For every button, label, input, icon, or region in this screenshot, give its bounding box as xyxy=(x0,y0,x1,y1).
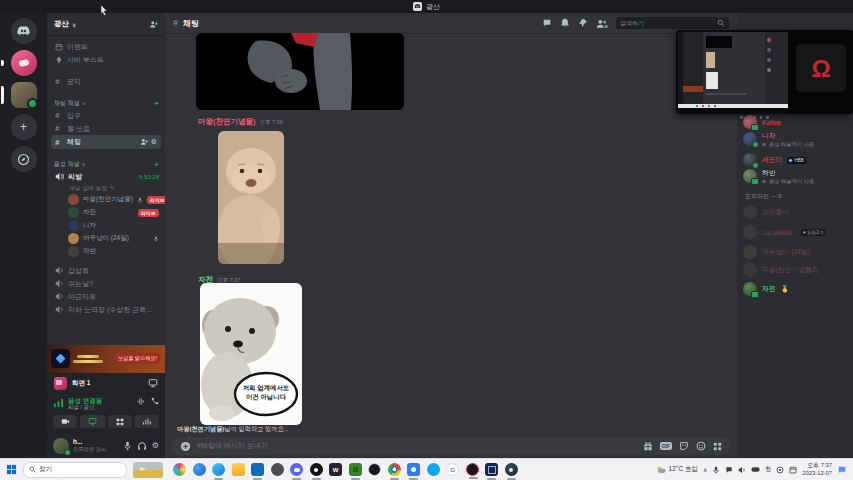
media-player-icon[interactable] xyxy=(310,463,323,476)
avatar[interactable] xyxy=(743,282,757,296)
attach-plus-icon[interactable] xyxy=(180,441,191,452)
member-row-offline[interactable]: 보라돌이 xyxy=(743,204,849,220)
blue-square-app-icon[interactable] xyxy=(407,463,420,476)
message-image-baby[interactable] xyxy=(218,131,284,264)
gift-icon[interactable] xyxy=(643,441,653,451)
member-row-offline[interactable]: LuLaBella_ ♥ 요즘2녀 xyxy=(743,224,849,240)
channel-chat-selected[interactable]: # 채팅 ⚙ xyxy=(51,135,161,149)
apps-grid-icon[interactable] xyxy=(713,442,722,451)
emoji-icon[interactable] xyxy=(696,441,706,451)
voice-channel-main[interactable]: 씨발 5:53:28 xyxy=(47,170,165,183)
settings-gear-icon[interactable]: ⚙ xyxy=(152,441,159,450)
explore-servers-button[interactable] xyxy=(11,146,37,172)
speaker-tray-icon[interactable] xyxy=(738,466,746,474)
opera-gx-icon[interactable] xyxy=(466,463,479,476)
file-explorer-icon[interactable] xyxy=(232,463,245,476)
status-tray-icon[interactable] xyxy=(776,466,784,474)
user-avatar[interactable] xyxy=(53,438,69,454)
voice-member[interactable]: 까푸냥이 (24일) xyxy=(47,232,165,245)
voice-channel[interactable]: 지하 노역장 (수상한 근육질의 ... xyxy=(47,303,165,316)
channel-memes[interactable]: # 짤-모음 xyxy=(47,122,165,135)
avatar[interactable] xyxy=(743,225,757,239)
chrome-browser-icon[interactable] xyxy=(388,463,401,476)
member-row[interactable]: 자전 🥇 xyxy=(743,281,849,297)
weather-widget[interactable]: 12°C 흐림 xyxy=(656,465,698,474)
avatar[interactable] xyxy=(743,169,757,183)
voice-member[interactable]: 자전 라이브 xyxy=(47,206,165,219)
noise-suppression-icon[interactable] xyxy=(136,397,145,406)
controller-tray-icon[interactable] xyxy=(751,466,760,473)
monitor-icon[interactable] xyxy=(148,378,158,388)
photos-app-icon[interactable] xyxy=(173,463,186,476)
calendar-tray-icon[interactable] xyxy=(789,466,797,474)
voice-member[interactable]: 니자 xyxy=(47,219,165,232)
widgets-thumbnail[interactable] xyxy=(133,462,163,478)
section-voice-channels[interactable]: 음성 채널 ∨ + xyxy=(47,158,165,170)
ime-indicator[interactable]: 한 xyxy=(765,465,771,474)
member-row-offline[interactable]: 까푸냥이 (24일) xyxy=(743,244,849,260)
start-button[interactable] xyxy=(6,464,17,475)
obs-app-icon[interactable] xyxy=(271,463,284,476)
member-row[interactable]: 니자 음성 채널에서 사용 xyxy=(743,128,849,150)
gif-picker-icon[interactable]: GIF xyxy=(660,442,672,450)
taskbar-clock[interactable]: 오후 7:37 2023-12-07 xyxy=(802,462,832,476)
invite-people-icon[interactable] xyxy=(149,20,158,29)
avatar[interactable] xyxy=(743,132,757,146)
channel-settings-gear-icon[interactable]: ⚙ xyxy=(151,138,157,146)
channel-status-setting[interactable]: 채널 상태 설정 ✎ xyxy=(47,183,165,193)
voice-member[interactable]: 마왕(천연기념물) 라이브 xyxy=(47,193,165,206)
dark-blue-app-icon[interactable] xyxy=(485,463,498,476)
home-button[interactable] xyxy=(11,18,37,44)
message-composer[interactable]: #채팅에 메시지 보내기 GIF xyxy=(172,437,730,455)
threads-icon[interactable] xyxy=(542,18,552,28)
quest-promo-banner[interactable]: 보상을 받으세요! xyxy=(47,345,165,373)
notification-bubble-icon[interactable] xyxy=(837,465,847,475)
sticker-icon[interactable] xyxy=(679,441,689,451)
blue-app-icon[interactable] xyxy=(193,463,206,476)
screen-share-row[interactable]: 화면 1 xyxy=(47,373,165,393)
member-list-icon[interactable] xyxy=(596,19,608,28)
w-app-icon[interactable]: W xyxy=(329,463,342,476)
create-voice-channel-icon[interactable]: + xyxy=(154,160,159,169)
add-server-button[interactable]: + xyxy=(11,114,37,140)
pinned-messages-icon[interactable] xyxy=(578,18,588,28)
avatar[interactable] xyxy=(743,245,757,259)
chat-tray-icon[interactable] xyxy=(725,466,733,474)
soundboard-button[interactable] xyxy=(135,415,159,428)
taskbar-search[interactable]: 찾기 xyxy=(23,462,127,478)
activities-button[interactable] xyxy=(108,415,132,428)
server-icon-gwangsan-selected[interactable] xyxy=(11,82,37,108)
channel-server-boost[interactable]: 서버 부스트 xyxy=(47,53,165,66)
mic-tray-icon[interactable] xyxy=(712,466,720,474)
message-image-cartoon[interactable] xyxy=(196,33,404,110)
headphones-icon[interactable] xyxy=(137,441,147,451)
tray-expand-icon[interactable]: ∧ xyxy=(703,466,707,473)
server-header[interactable]: 광산∨ xyxy=(47,13,165,36)
channel-entrance[interactable]: # 입구 xyxy=(47,109,165,122)
microsoft-store-icon[interactable] xyxy=(251,463,264,476)
minecraft-app-icon[interactable] xyxy=(349,463,362,476)
server-icon-pink[interactable] xyxy=(11,50,37,76)
composer-placeholder[interactable]: #채팅에 메시지 보내기 xyxy=(197,441,637,451)
stream-preview-pip[interactable]: Ω xyxy=(676,30,853,114)
voice-channel[interactable]: 쉬는날? xyxy=(47,277,165,290)
voice-channel[interactable]: 야근지옥 xyxy=(47,290,165,303)
create-channel-icon[interactable]: + xyxy=(154,99,159,108)
disconnect-call-icon[interactable] xyxy=(150,397,159,406)
invite-to-channel-icon[interactable] xyxy=(140,138,148,146)
member-row[interactable]: 하빈 음성 채널에서 사용 xyxy=(743,165,849,187)
voice-channel[interactable]: 감상회 xyxy=(47,264,165,277)
discord-app-icon[interactable] xyxy=(290,463,303,476)
notifications-bell-icon[interactable] xyxy=(560,18,570,28)
avatar[interactable] xyxy=(743,263,757,277)
voice-member[interactable]: 하빈 xyxy=(47,245,165,258)
channel-notice[interactable]: # 공지 xyxy=(47,75,165,88)
channel-events[interactable]: 이벤트 xyxy=(47,40,165,53)
whale-app-icon[interactable] xyxy=(427,463,440,476)
message-author[interactable]: 마왕(천연기념물) xyxy=(198,117,256,127)
google-app-icon[interactable]: G xyxy=(446,463,459,476)
edge-browser-icon[interactable] xyxy=(212,463,225,476)
member-row-offline[interactable]: 마왕(천연기념물2) xyxy=(743,262,849,278)
screen-share-button-active[interactable] xyxy=(80,415,104,428)
avatar[interactable] xyxy=(743,205,757,219)
